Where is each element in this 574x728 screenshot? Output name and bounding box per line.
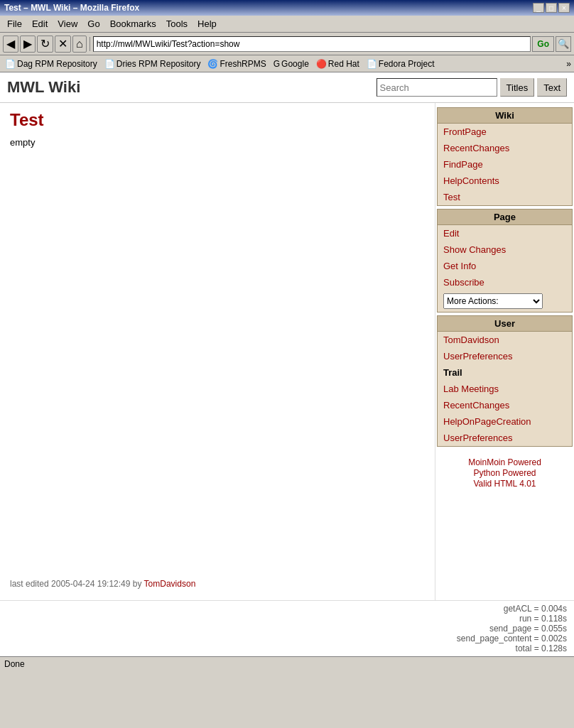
more-actions-select[interactable]: More Actions: Raw Text Print View Delete… [443,293,543,309]
wiki-main-content: Test empty last edited 2005-04-24 19:12:… [0,103,435,600]
bookmark-redhat[interactable]: 🔴 Red Hat [314,58,362,70]
sidebar-frontpage[interactable]: FrontPage [437,124,573,140]
bookmark-google[interactable]: G Google [271,58,311,70]
status-text: Done [4,659,25,669]
bookmark-redhat-icon: 🔴 [316,59,327,69]
sidebar-show-changes[interactable]: Show Changes [437,241,573,258]
minimize-button[interactable]: _ [533,3,544,13]
browser-content: MWL Wiki Titles Text Test empty last edi… [0,72,574,656]
bookmark-dag[interactable]: 📄 Dag RPM Repository [3,58,99,70]
sidebar-userpreferences[interactable]: UserPreferences [437,348,573,364]
browser-toolbar: ◀ ▶ ↻ ✕ ⌂ Go 🔍 [0,33,574,55]
reload-button[interactable]: ↻ [37,36,53,53]
address-input[interactable] [93,36,531,52]
sidebar-trail-recentchanges[interactable]: RecentChanges [437,397,573,413]
bookmark-fedora[interactable]: 📄 Fedora Project [364,58,437,70]
menu-view[interactable]: View [53,17,82,31]
title-bar: Test – MWL Wiki – Mozilla Firefox _ □ × [0,0,574,16]
bookmark-google-label: Google [281,59,309,69]
bookmark-dag-icon: 📄 [5,59,16,69]
menu-go[interactable]: Go [83,17,104,31]
sidebar-helpcontents[interactable]: HelpContents [437,173,573,189]
editor-link[interactable]: TomDavidson [144,579,196,589]
maximize-button[interactable]: □ [546,3,557,13]
bookmark-fedora-icon: 📄 [367,59,377,69]
wiki-sidebar: Wiki FrontPage RecentChanges FindPage He… [435,103,574,600]
window-title: Test – MWL Wiki – Mozilla Firefox [4,3,139,13]
sidebar-trail-userpreferences[interactable]: UserPreferences [437,430,573,447]
back-button[interactable]: ◀ [3,36,18,53]
sidebar-trail-label: Trail [437,364,573,381]
search-input[interactable] [377,78,497,97]
sidebar-page-section: Page Edit Show Changes Get Info Subscrib… [435,209,574,313]
sidebar-findpage[interactable]: FindPage [437,156,573,173]
bookmark-fresh-icon: 🌀 [207,59,218,69]
sidebar-wiki-section: Wiki FrontPage RecentChanges FindPage He… [435,107,574,206]
more-actions-row: More Actions: Raw Text Print View Delete… [437,290,573,313]
menu-edit[interactable]: Edit [28,17,52,31]
perf-total: total = 0.128s [7,643,567,653]
edited-by-text: last edited 2005-04-24 19:12:49 by [10,579,141,589]
sidebar-edit[interactable]: Edit [437,225,573,241]
menu-tools[interactable]: Tools [162,17,192,31]
bookmark-redhat-label: Red Hat [328,59,359,69]
sidebar-footer: MoinMoin Powered Python Powered Valid HT… [435,450,574,496]
sidebar-tomdavidson[interactable]: TomDavidson [437,332,573,348]
menu-bookmarks[interactable]: Bookmarks [106,17,161,31]
bookmark-google-icon: G [274,59,280,69]
search-area: Titles Text [377,78,567,97]
bookmark-fresh-label: FreshRPMS [220,59,266,69]
bookmark-dries-icon: 📄 [104,59,115,69]
bookmark-dries-label: Dries RPM Repository [117,59,201,69]
perf-send-page: send_page = 0.055s [7,624,567,634]
sidebar-wiki-header: Wiki [437,107,573,124]
close-button[interactable]: × [558,3,570,13]
article-title: Test [10,110,425,130]
wiki-header: MWL Wiki Titles Text [0,72,574,103]
valid-html-link[interactable]: Valid HTML 4.01 [438,479,571,489]
python-link[interactable]: Python Powered [438,468,571,478]
edit-footer: last edited 2005-04-24 19:12:49 by TomDa… [10,579,195,589]
perf-stats: getACL = 0.004s run = 0.118s send_page =… [0,600,574,656]
stop-button[interactable]: ✕ [55,36,71,53]
go-button[interactable]: Go [532,36,554,52]
sidebar-user-section: User TomDavidson UserPreferences Trail L… [435,315,574,447]
bookmark-freshrpms[interactable]: 🌀 FreshRPMS [205,58,268,70]
sidebar-test[interactable]: Test [437,189,573,206]
perf-send-page-content: send_page_content = 0.002s [7,634,567,643]
home-button[interactable]: ⌂ [72,36,87,53]
perf-getacl: getACL = 0.004s [7,604,567,614]
address-bar [93,36,531,52]
window-controls[interactable]: _ □ × [533,3,570,13]
search-text-button[interactable]: Text [537,78,567,97]
sidebar-subscribe[interactable]: Subscribe [437,274,573,290]
bookmark-dries[interactable]: 📄 Dries RPM Repository [102,58,203,70]
sidebar-page-header: Page [437,209,573,225]
menu-bar: File Edit View Go Bookmarks Tools Help [0,16,574,33]
wiki-body: Test empty last edited 2005-04-24 19:12:… [0,103,574,600]
sidebar-user-header: User [437,315,573,332]
article-body: empty [10,137,425,148]
search-titles-button[interactable]: Titles [500,78,535,97]
bookmark-fedora-label: Fedora Project [379,59,435,69]
bookmark-dag-label: Dag RPM Repository [17,59,97,69]
bookmarks-bar: 📄 Dag RPM Repository 📄 Dries RPM Reposit… [0,55,574,72]
bookmarks-more-button[interactable]: » [566,59,571,69]
sidebar-helponpagecreation[interactable]: HelpOnPageCreation [437,413,573,430]
status-bar: Done [0,656,574,670]
wiki-site-title: MWL Wiki [7,78,377,97]
forward-button[interactable]: ▶ [20,36,36,53]
moinmoin-link[interactable]: MoinMoin Powered [438,457,571,467]
sidebar-get-info[interactable]: Get Info [437,258,573,274]
menu-file[interactable]: File [3,17,26,31]
search-icon[interactable]: 🔍 [556,36,571,52]
sidebar-recentchanges[interactable]: RecentChanges [437,140,573,156]
perf-run: run = 0.118s [7,614,567,624]
sidebar-lab-meetings[interactable]: Lab Meetings [437,381,573,397]
toolbar-separator [90,37,90,51]
menu-help[interactable]: Help [193,17,221,31]
